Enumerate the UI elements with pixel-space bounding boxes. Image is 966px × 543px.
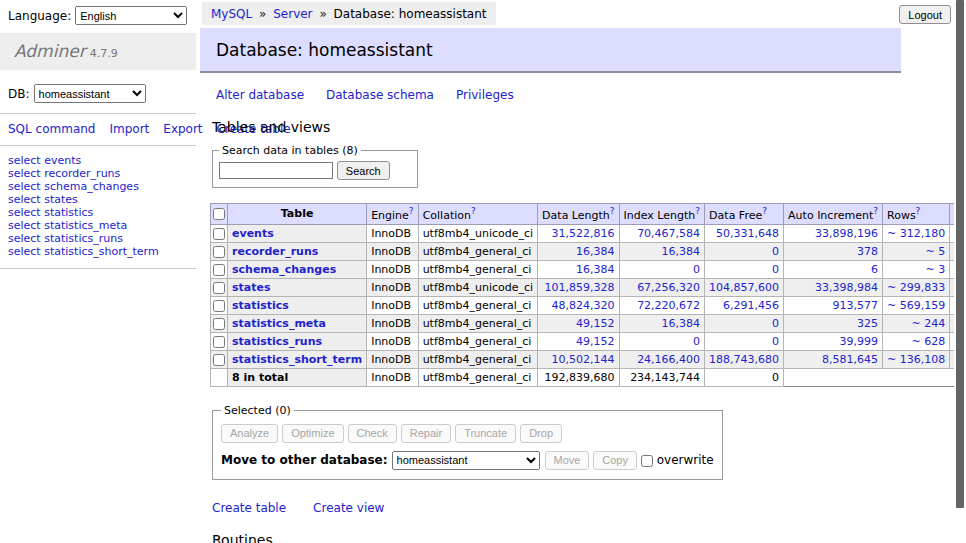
index-length-cell: 16,384	[619, 242, 705, 260]
search-legend: Search data in tables (8)	[219, 144, 361, 157]
auto-increment-cell: 378	[784, 242, 883, 260]
sidebar-action-export[interactable]: Export	[163, 122, 202, 136]
db-link-alter-database[interactable]: Alter database	[216, 88, 304, 102]
data-length-cell: 101,859,328	[538, 278, 619, 296]
data-free-cell: 50,331,648	[705, 224, 784, 242]
search-button[interactable]: Search	[337, 161, 390, 180]
sidebar-divider	[0, 268, 196, 269]
row-checkbox[interactable]	[213, 336, 225, 348]
sidebar-table-link-select-states[interactable]: select states	[8, 193, 188, 206]
sidebar-table-link-select-schema-changes[interactable]: select schema_changes	[8, 180, 188, 193]
column-help-link[interactable]: ?	[916, 206, 921, 216]
logout-button[interactable]: Logout	[899, 5, 951, 24]
create-link-create-view[interactable]: Create view	[313, 501, 384, 515]
row-checkbox[interactable]	[213, 282, 225, 294]
rows-cell: ~ 312,180	[883, 224, 950, 242]
row-checkbox[interactable]	[213, 354, 225, 366]
table-link-states[interactable]: states	[232, 281, 271, 294]
sidebar-table-link-select-statistics-short-term[interactable]: select statistics_short_term	[8, 245, 188, 258]
check-button[interactable]: Check	[348, 424, 397, 443]
engine-cell: InnoDB	[367, 260, 418, 278]
sidebar-table-link-select-events[interactable]: select events	[8, 154, 188, 167]
row-checkbox[interactable]	[213, 264, 225, 276]
table-row: eventsInnoDButf8mb4_unicode_ci31,522,816…	[211, 224, 966, 242]
db-label: DB:	[8, 87, 30, 101]
auto-increment-cell: 33,898,196	[784, 224, 883, 242]
create-links: Create tableCreate view	[212, 501, 954, 515]
move-button[interactable]: Move	[545, 451, 590, 470]
breadcrumb-current: Database: homeassistant	[334, 7, 487, 21]
total-data-length: 192,839,680	[538, 368, 619, 386]
scrollbar-thumb[interactable]	[956, 0, 964, 508]
auto-increment-cell: 8,581,645	[784, 350, 883, 368]
sidebar-table-link-select-statistics[interactable]: select statistics	[8, 206, 188, 219]
selected-fieldset: Selected (0) AnalyzeOptimizeCheckRepairT…	[212, 404, 723, 480]
column-header-index-length: Index Length?	[619, 204, 705, 225]
table-row: statesInnoDButf8mb4_unicode_ci101,859,32…	[211, 278, 966, 296]
analyze-button[interactable]: Analyze	[221, 424, 278, 443]
table-link-statistics-short-term[interactable]: statistics_short_term	[232, 353, 362, 366]
collation-cell: utf8mb4_general_ci	[418, 332, 537, 350]
index-length-cell: 0	[619, 260, 705, 278]
table-link-recorder-runs[interactable]: recorder_runs	[232, 245, 318, 258]
sidebar-table-link-select-statistics-runs[interactable]: select statistics_runs	[8, 232, 188, 245]
table-header-row: TableEngine?Collation?Data Length?Index …	[211, 204, 966, 225]
scrollbar-track[interactable]	[954, 0, 966, 543]
data-length-cell: 16,384	[538, 242, 619, 260]
row-checkbox[interactable]	[213, 300, 225, 312]
db-link-database-schema[interactable]: Database schema	[326, 88, 434, 102]
table-link-schema-changes[interactable]: schema_changes	[232, 263, 336, 276]
column-help-link[interactable]: ?	[695, 206, 700, 216]
search-fieldset: Search data in tables (8) Search	[212, 144, 418, 188]
row-checkbox[interactable]	[213, 228, 225, 240]
truncate-button[interactable]: Truncate	[455, 424, 516, 443]
breadcrumb-mysql-link[interactable]: MySQL	[211, 7, 252, 21]
engine-cell: InnoDB	[367, 242, 418, 260]
table-link-statistics[interactable]: statistics	[232, 299, 289, 312]
table-row: statistics_metaInnoDButf8mb4_general_ci4…	[211, 314, 966, 332]
column-help-link[interactable]: ?	[471, 206, 476, 216]
index-length-cell: 70,467,584	[619, 224, 705, 242]
sidebar-table-link-select-recorder-runs[interactable]: select recorder_runs	[8, 167, 188, 180]
row-checkbox[interactable]	[213, 246, 225, 258]
language-label: Language:	[8, 9, 71, 23]
select-all-checkbox[interactable]	[213, 208, 225, 220]
repair-button[interactable]: Repair	[401, 424, 451, 443]
language-select[interactable]: English	[75, 6, 187, 25]
sidebar-table-link-select-statistics-meta[interactable]: select statistics_meta	[8, 219, 188, 232]
column-header-data-length: Data Length?	[538, 204, 619, 225]
column-help-link[interactable]: ?	[610, 206, 615, 216]
table-link-statistics-runs[interactable]: statistics_runs	[232, 335, 322, 348]
column-help-link[interactable]: ?	[409, 206, 414, 216]
auto-increment-cell: 6	[784, 260, 883, 278]
column-help-link[interactable]: ?	[873, 206, 878, 216]
data-free-cell: 0	[705, 242, 784, 260]
engine-cell: InnoDB	[367, 314, 418, 332]
overwrite-checkbox[interactable]	[641, 455, 653, 467]
column-header-collation: Collation?	[418, 204, 537, 225]
optimize-button[interactable]: Optimize	[282, 424, 343, 443]
data-length-cell: 16,384	[538, 260, 619, 278]
table-link-statistics-meta[interactable]: statistics_meta	[232, 317, 326, 330]
breadcrumb-server-link[interactable]: Server	[273, 7, 312, 21]
auto-increment-cell: 913,577	[784, 296, 883, 314]
sidebar-action-import[interactable]: Import	[109, 122, 149, 136]
search-input[interactable]	[219, 162, 333, 179]
selected-legend: Selected (0)	[221, 404, 294, 417]
auto-increment-cell: 39,999	[784, 332, 883, 350]
total-index-length: 234,143,744	[619, 368, 705, 386]
table-row: statisticsInnoDButf8mb4_general_ci48,824…	[211, 296, 966, 314]
move-db-select[interactable]: homeassistant	[392, 451, 540, 470]
total-engine: InnoDB	[367, 368, 418, 386]
drop-button[interactable]: Drop	[520, 424, 562, 443]
sidebar-action-sql-command[interactable]: SQL command	[8, 122, 95, 136]
data-free-cell: 0	[705, 260, 784, 278]
db-link-privileges[interactable]: Privileges	[456, 88, 514, 102]
create-link-create-table[interactable]: Create table	[212, 501, 286, 515]
db-select[interactable]: homeassistant	[34, 84, 146, 103]
table-row: recorder_runsInnoDButf8mb4_general_ci16,…	[211, 242, 966, 260]
row-checkbox[interactable]	[213, 318, 225, 330]
table-link-events[interactable]: events	[232, 227, 274, 240]
column-help-link[interactable]: ?	[762, 206, 767, 216]
copy-button[interactable]: Copy	[593, 451, 637, 470]
